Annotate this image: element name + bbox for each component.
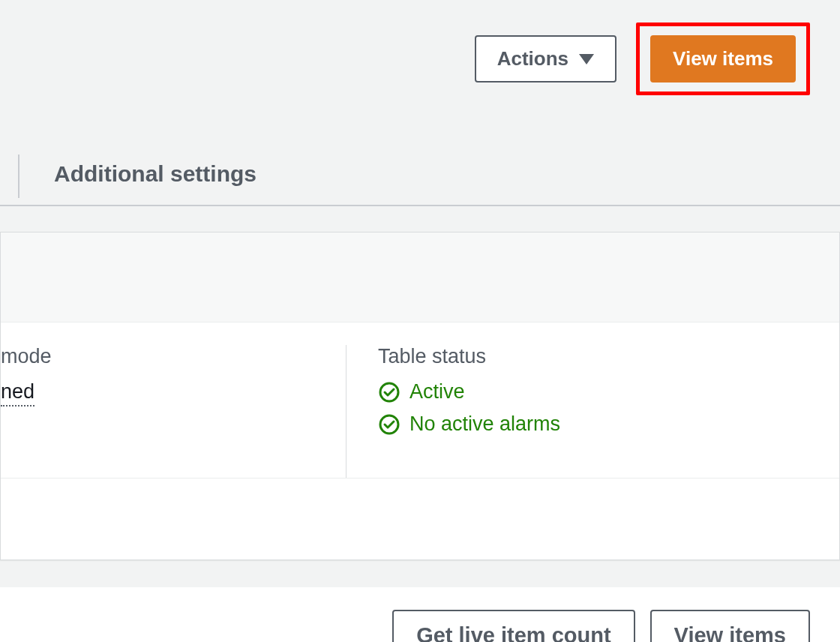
bottom-section: Get live item count View items <box>0 587 840 642</box>
check-circle-icon <box>378 381 400 404</box>
details-panel: mode ned Table status Active No active a… <box>0 232 840 560</box>
panel-header <box>1 232 839 322</box>
view-items-button-secondary[interactable]: View items <box>650 610 810 642</box>
get-live-item-count-button[interactable]: Get live item count <box>392 610 634 642</box>
view-items-label: View items <box>673 47 773 70</box>
status-column: Table status Active No active alarms <box>346 345 839 478</box>
view-items-button[interactable]: View items <box>650 35 796 82</box>
actions-label: Actions <box>497 47 568 70</box>
caret-down-icon <box>579 54 594 64</box>
check-circle-icon <box>378 413 400 436</box>
status-active-row: Active <box>378 380 809 404</box>
top-toolbar: Actions View items <box>0 0 840 125</box>
actions-dropdown-button[interactable]: Actions <box>475 35 616 82</box>
status-alarms-row: No active alarms <box>378 412 809 436</box>
table-status-label: Table status <box>378 345 809 368</box>
tab-additional-settings[interactable]: Additional settings <box>54 148 256 205</box>
highlight-box: View items <box>636 22 810 95</box>
status-alarms-text: No active alarms <box>410 412 560 436</box>
tab-bar: Additional settings <box>0 148 840 206</box>
panel-body: mode ned Table status Active No active a… <box>1 322 839 478</box>
mode-label: mode <box>1 345 316 368</box>
mode-value: ned <box>1 380 34 406</box>
panel-footer <box>1 478 839 560</box>
mode-column: mode ned <box>1 345 346 478</box>
status-active-text: Active <box>410 380 465 404</box>
tab-divider <box>18 154 20 198</box>
